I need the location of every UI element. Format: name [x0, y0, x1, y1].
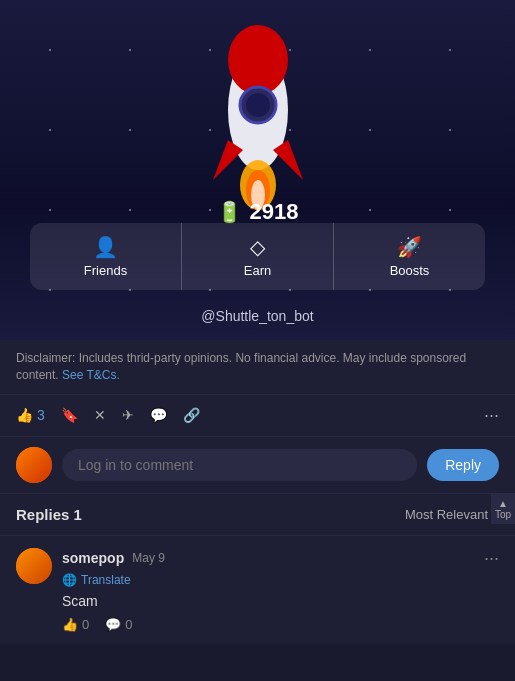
- disclaimer-link[interactable]: See T&Cs.: [62, 368, 120, 382]
- reply-comment-count: 0: [125, 617, 132, 632]
- copy-link-button[interactable]: 🔗: [183, 407, 200, 423]
- reply-header: somepop May 9 ···: [62, 548, 499, 569]
- like-button[interactable]: 👍 3: [16, 407, 45, 423]
- replies-header: Replies 1 Most Relevant ▾ ▲ Top: [0, 494, 515, 536]
- scroll-to-top-button[interactable]: ▲ Top: [491, 494, 515, 524]
- twitter-share-button[interactable]: ✕: [94, 407, 106, 423]
- earn-button[interactable]: ◇ Earn: [182, 223, 334, 290]
- reply-actions: 👍 0 💬 0: [62, 617, 499, 632]
- friends-label: Friends: [84, 263, 127, 278]
- reply-date: May 9: [132, 551, 165, 565]
- reply-username: somepop: [62, 550, 124, 566]
- telegram-icon: ✈: [122, 407, 134, 423]
- like-icon: 👍: [16, 407, 33, 423]
- card-image-container: 🔋 2918 👤 Friends ◇ Earn 🚀 Boosts @Shuttl…: [0, 0, 515, 340]
- current-user-avatar: [16, 447, 52, 483]
- reply-more-button[interactable]: ···: [484, 548, 499, 569]
- boosts-icon: 🚀: [397, 235, 422, 259]
- reply-comment-button[interactable]: 💬 0: [105, 617, 132, 632]
- battery-badge: 🔋 2918: [217, 199, 299, 225]
- boosts-label: Boosts: [390, 263, 430, 278]
- reply-like-button[interactable]: 👍 0: [62, 617, 89, 632]
- replies-title: Replies 1: [16, 506, 82, 523]
- battery-value: 2918: [250, 199, 299, 225]
- comment-icon: 💬: [105, 617, 121, 632]
- bookmark-button[interactable]: 🔖: [61, 407, 78, 423]
- avatar-image: [16, 548, 52, 584]
- bookmark-icon: 🔖: [61, 407, 78, 423]
- sort-label: Most Relevant: [405, 507, 488, 522]
- action-buttons-row: 👤 Friends ◇ Earn 🚀 Boosts: [30, 223, 485, 290]
- avatar-image: [16, 447, 52, 483]
- telegram-share-button[interactable]: ✈: [122, 407, 134, 423]
- battery-icon: 🔋: [217, 200, 242, 224]
- like-count: 3: [37, 407, 45, 423]
- chevron-up-icon: ▲: [498, 498, 508, 509]
- sort-button[interactable]: Most Relevant ▾: [405, 507, 499, 522]
- reply-like-count: 0: [82, 617, 89, 632]
- whatsapp-icon: 💬: [150, 407, 167, 423]
- reply-content: somepop May 9 ··· 🌐 Translate Scam 👍 0 💬…: [62, 548, 499, 632]
- translate-label[interactable]: Translate: [81, 573, 131, 587]
- bot-handle: @Shuttle_ton_bot: [201, 308, 313, 324]
- earn-icon: ◇: [250, 235, 265, 259]
- svg-point-3: [246, 93, 270, 117]
- twitter-icon: ✕: [94, 407, 106, 423]
- svg-point-1: [228, 25, 288, 95]
- translate-row: 🌐 Translate: [62, 573, 499, 587]
- thumbs-up-icon: 👍: [62, 617, 78, 632]
- comment-input-section: Reply: [0, 437, 515, 494]
- link-icon: 🔗: [183, 407, 200, 423]
- more-options-button[interactable]: ···: [484, 405, 499, 426]
- reactions-bar: 👍 3 🔖 ✕ ✈ 💬 🔗 ···: [0, 395, 515, 437]
- reply-button[interactable]: Reply: [427, 449, 499, 481]
- rocket-image: [168, 10, 348, 230]
- friends-button[interactable]: 👤 Friends: [30, 223, 182, 290]
- disclaimer-section: Disclaimer: Includes thrid-party opinion…: [0, 340, 515, 395]
- friends-icon: 👤: [93, 235, 118, 259]
- boosts-button[interactable]: 🚀 Boosts: [334, 223, 485, 290]
- top-label: Top: [495, 509, 511, 520]
- reply-text: Scam: [62, 593, 499, 609]
- comment-input[interactable]: [62, 449, 417, 481]
- reply-item: somepop May 9 ··· 🌐 Translate Scam 👍 0 💬…: [0, 536, 515, 644]
- whatsapp-share-button[interactable]: 💬: [150, 407, 167, 423]
- reply-user-avatar: [16, 548, 52, 584]
- earn-label: Earn: [244, 263, 271, 278]
- globe-icon: 🌐: [62, 573, 77, 587]
